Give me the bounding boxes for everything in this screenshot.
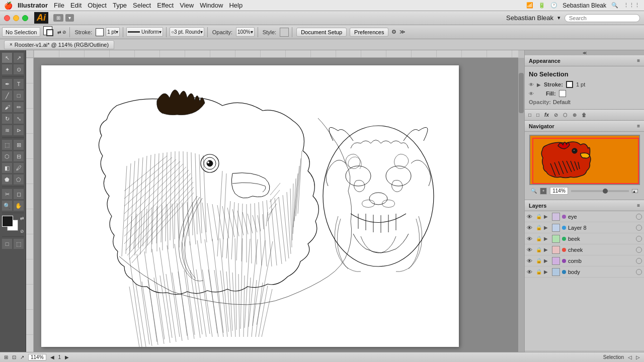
perspective-grid-tool[interactable]: ⬡: [2, 151, 13, 162]
menu-user[interactable]: Sebastian Bleak: [562, 2, 606, 9]
reduce-to-basic-btn[interactable]: ⬡: [561, 112, 569, 118]
preferences-button[interactable]: Preferences: [350, 28, 388, 37]
change-screen-mode-2[interactable]: ⬚: [13, 238, 24, 249]
layer-lock-icon-layer8[interactable]: 🔒: [536, 225, 543, 230]
selection-tool[interactable]: ↖: [2, 52, 13, 63]
pen-tool[interactable]: ✒: [2, 78, 13, 89]
zoom-tool[interactable]: 🔍: [2, 200, 13, 211]
vertical-scrollbar[interactable]: [518, 58, 524, 356]
zoom-slider-thumb[interactable]: [603, 189, 608, 194]
layer-row-comb[interactable]: 👁 🔒 ▶ comb: [525, 255, 644, 266]
next-page-btn[interactable]: ▶: [65, 354, 69, 360]
layer-expand-icon-cheek[interactable]: ▶: [544, 247, 550, 252]
layer-lock-icon-eye[interactable]: 🔒: [536, 214, 543, 219]
layer-row-layer8[interactable]: 👁 🔒 ▶ Layer 8: [525, 222, 644, 233]
document-tab[interactable]: × Rooster-v1.ai* @ 114% (RGB/Outline): [4, 40, 114, 49]
magic-wand-tool[interactable]: ✦: [2, 64, 13, 75]
opacity-select[interactable]: 100%▾: [236, 27, 255, 37]
foreground-color[interactable]: [2, 216, 13, 227]
layer-lock-icon-beek[interactable]: 🔒: [536, 236, 543, 241]
stroke-eye-icon[interactable]: 👁: [529, 82, 534, 87]
delete-item-btn[interactable]: 🗑: [580, 112, 588, 118]
warp-tool[interactable]: ≋: [2, 125, 13, 136]
none-icon[interactable]: ⊘: [62, 30, 66, 35]
status-zoom-display[interactable]: 114%: [28, 354, 46, 360]
add-new-fill-btn[interactable]: □: [535, 112, 541, 118]
zoom-in-btn[interactable]: +: [540, 188, 547, 195]
doc-close-btn[interactable]: ×: [10, 42, 13, 47]
layer-expand-icon-layer8[interactable]: ▶: [544, 225, 550, 230]
swap-icon[interactable]: ⇄: [57, 30, 61, 35]
close-button[interactable]: [4, 15, 10, 21]
layer-lock-icon-comb[interactable]: 🔒: [536, 258, 543, 263]
appearance-collapse-btn[interactable]: ≡: [637, 58, 640, 63]
hand-tool[interactable]: ✋: [13, 200, 24, 211]
stroke-value-select[interactable]: 1 pt▾: [106, 27, 120, 37]
layer-circle-body[interactable]: [636, 269, 642, 275]
style-swatch[interactable]: [280, 28, 289, 37]
minimize-button[interactable]: [13, 15, 19, 21]
search-icon[interactable]: 🔍: [611, 2, 618, 9]
menu-effect[interactable]: Effect: [157, 2, 174, 9]
add-new-stroke-btn[interactable]: □: [527, 112, 533, 118]
fill-eye-icon[interactable]: 👁: [529, 91, 534, 97]
menu-help[interactable]: Help: [229, 2, 243, 9]
layout-btn-1[interactable]: ⊞: [53, 14, 63, 22]
direct-selection-tool[interactable]: ↗: [13, 52, 24, 63]
stroke-link-icon[interactable]: ▶: [537, 82, 541, 87]
mesh-tool[interactable]: ⊟: [13, 151, 24, 162]
layer-expand-icon-beek[interactable]: ▶: [544, 236, 550, 241]
status-icon-1[interactable]: ⊞: [4, 354, 8, 360]
layer-expand-icon-comb[interactable]: ▶: [544, 258, 550, 263]
app-name[interactable]: Illustrator: [18, 2, 48, 9]
layer-lock-icon-body[interactable]: 🔒: [536, 269, 543, 275]
layer-eye-icon-body[interactable]: 👁: [527, 269, 535, 275]
status-arrow-left[interactable]: ◁: [628, 354, 632, 360]
layer-row-beek[interactable]: 👁 🔒 ▶ beek: [525, 233, 644, 244]
rotate-tool[interactable]: ↻: [2, 113, 13, 124]
layer-lock-icon-cheek[interactable]: 🔒: [536, 247, 543, 252]
layer-expand-icon-eye[interactable]: ▶: [544, 214, 550, 219]
stroke-uniform-select[interactable]: Uniform▾: [126, 27, 163, 37]
vertical-scroll-thumb[interactable]: [519, 73, 524, 113]
prev-page-btn[interactable]: ◀: [50, 354, 54, 360]
layer-eye-icon-layer8[interactable]: 👁: [527, 225, 535, 231]
zoom-slider[interactable]: [571, 190, 629, 192]
default-colors-icon[interactable]: ⊘: [20, 229, 24, 234]
type-tool[interactable]: T: [13, 78, 24, 89]
clear-appearance-btn[interactable]: ⊘: [552, 112, 559, 118]
layer-circle-eye[interactable]: [636, 214, 642, 220]
gradient-tool[interactable]: ◧: [2, 162, 13, 173]
pencil-tool[interactable]: ✏: [13, 102, 24, 113]
live-paint-tool[interactable]: ⬠: [13, 174, 24, 185]
layer-row-cheek[interactable]: 👁 🔒 ▶ cheek: [525, 244, 644, 255]
free-transform-tool[interactable]: ⬚: [2, 139, 13, 150]
search-input[interactable]: [565, 14, 640, 22]
stroke-color-appearance[interactable]: [566, 81, 573, 88]
user-dropdown-icon[interactable]: ▾: [557, 15, 560, 21]
status-arrow-right[interactable]: ▷: [636, 354, 640, 360]
eraser-tool[interactable]: ◻: [13, 189, 24, 200]
layer-circle-cheek[interactable]: [636, 247, 642, 253]
menu-type[interactable]: Type: [113, 2, 127, 9]
menu-select[interactable]: Select: [133, 2, 151, 9]
fill-color-appearance[interactable]: [559, 90, 566, 97]
zoom-value-display[interactable]: 114%: [550, 187, 568, 195]
layer-circle-layer8[interactable]: [636, 225, 642, 231]
zoom-out-icon[interactable]: 🔍: [531, 188, 537, 194]
zoom-max-icon[interactable]: ▲: [632, 189, 638, 193]
rect-tool[interactable]: □: [13, 90, 24, 101]
document-setup-button[interactable]: Document Setup: [296, 28, 347, 37]
apple-menu[interactable]: 🍎: [4, 2, 13, 10]
layer-circle-beek[interactable]: [636, 236, 642, 242]
layer-expand-icon-body[interactable]: ▶: [544, 269, 550, 275]
stroke-color-swatch[interactable]: [96, 28, 104, 36]
menu-view[interactable]: View: [180, 2, 194, 9]
panel-resize-handle[interactable]: ≪: [525, 50, 644, 55]
scale-tool[interactable]: ⤡: [13, 113, 24, 124]
status-icon-2[interactable]: ⊡: [12, 354, 16, 360]
layout-btn-2[interactable]: ▾: [65, 14, 74, 22]
layer-eye-icon-eye[interactable]: 👁: [527, 214, 535, 220]
layer-eye-icon-beek[interactable]: 👁: [527, 236, 535, 242]
paintbrush-tool[interactable]: 🖌: [2, 102, 13, 113]
